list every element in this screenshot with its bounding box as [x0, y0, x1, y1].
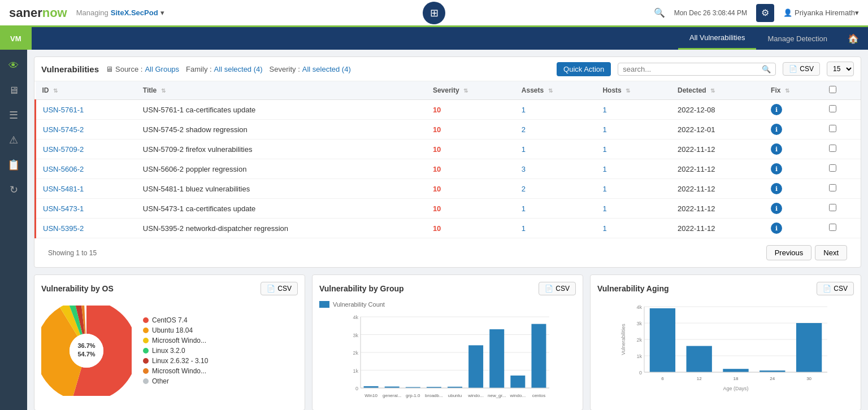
user-menu[interactable]: 👤 Priyanka Hiremath ▾ [783, 8, 859, 17]
vuln-id-link[interactable]: USN-5473-1 [43, 204, 84, 213]
previous-button[interactable]: Previous [766, 245, 812, 260]
row-checkbox[interactable] [829, 105, 836, 112]
info-button[interactable]: ℹ [771, 223, 782, 234]
csv-icon-group: 📄 [545, 285, 553, 293]
vuln-aging-csv-button[interactable]: 📄 CSV [817, 282, 854, 295]
next-button[interactable]: Next [815, 245, 847, 260]
col-hosts[interactable]: Hosts ⇅ [596, 81, 671, 100]
user-dropdown-arrow: ▾ [855, 8, 859, 17]
asset-link[interactable]: 3 [522, 165, 526, 173]
col-assets[interactable]: Assets ⇅ [515, 81, 596, 100]
quick-action-button[interactable]: Quick Action [557, 62, 611, 76]
svg-text:12: 12 [697, 376, 702, 381]
info-button[interactable]: ℹ [771, 124, 782, 135]
severity-filter-value[interactable]: All selected (4) [302, 65, 351, 73]
row-checkbox[interactable] [829, 184, 836, 191]
row-checkbox[interactable] [829, 224, 836, 231]
os-legend-item: CentOS 7.4 [143, 316, 208, 324]
vuln-id-link[interactable]: USN-5709-2 [43, 145, 84, 154]
info-button[interactable]: ℹ [771, 143, 782, 155]
select-all-checkbox[interactable] [829, 86, 836, 93]
csv-icon-aging: 📄 [823, 285, 831, 293]
host-link[interactable]: 1 [602, 125, 606, 134]
sidebar-item-warning[interactable]: ⚠ [2, 129, 25, 151]
row-checkbox[interactable] [829, 204, 836, 211]
cell-hosts: 1 [596, 120, 671, 139]
col-fix[interactable]: Fix ⇅ [764, 81, 822, 100]
sidebar-item-monitor[interactable]: 🖥 [2, 79, 25, 102]
sidebar-item-refresh[interactable]: ↻ [2, 178, 25, 201]
asset-link[interactable]: 2 [522, 125, 526, 134]
cell-title: USN-5606-2 poppler regression [136, 159, 426, 179]
sub-nav: VM All Vulnerabilities Manage Detection … [0, 27, 868, 50]
host-link[interactable]: 1 [602, 145, 606, 154]
asset-link[interactable]: 1 [522, 106, 526, 114]
info-button[interactable]: ℹ [771, 183, 782, 194]
info-button[interactable]: ℹ [771, 104, 782, 115]
legend-label: Ubuntu 18.04 [152, 326, 193, 334]
cell-severity: 10 [426, 159, 515, 179]
manage-detection-link[interactable]: Manage Detection [756, 27, 839, 50]
asset-link[interactable]: 1 [522, 224, 526, 233]
sort-icon-title: ⇅ [161, 88, 166, 94]
vuln-id-link[interactable]: USN-5745-2 [43, 125, 84, 134]
host-link[interactable]: 1 [602, 204, 606, 213]
host-link[interactable]: 1 [602, 165, 606, 173]
asset-link[interactable]: 1 [522, 145, 526, 154]
sidebar-item-eye[interactable]: 👁 [2, 54, 25, 77]
svg-text:18: 18 [734, 376, 739, 381]
host-link[interactable]: 1 [602, 224, 606, 233]
vuln-header: Vulnerabilities 🖥 Source : All Groups Fa… [34, 57, 861, 81]
os-legend-item: Microsoft Windo... [143, 367, 208, 375]
user-icon: 👤 [783, 8, 792, 17]
top-search-icon[interactable]: 🔍 [654, 7, 665, 18]
svg-text:4k: 4k [353, 315, 358, 320]
info-button[interactable]: ℹ [771, 163, 782, 175]
col-detected[interactable]: Detected ⇅ [671, 81, 764, 100]
family-value[interactable]: All selected (4) [214, 65, 263, 73]
svg-text:1k: 1k [353, 368, 358, 374]
asset-link[interactable]: 2 [522, 185, 526, 193]
cell-severity: 10 [426, 139, 515, 159]
vuln-id-link[interactable]: USN-5395-2 [43, 224, 84, 233]
all-vulnerabilities-link[interactable]: All Vulnerabilities [678, 27, 757, 50]
site-dropdown-arrow[interactable]: ▾ [160, 8, 164, 17]
col-id[interactable]: ID ⇅ [36, 81, 136, 100]
vuln-by-group-csv-button[interactable]: 📄 CSV [539, 282, 576, 295]
row-checkbox[interactable] [829, 125, 836, 132]
info-button[interactable]: ℹ [771, 203, 782, 214]
vuln-id-link[interactable]: USN-5606-2 [43, 165, 84, 173]
host-link[interactable]: 1 [602, 185, 606, 193]
col-title[interactable]: Title ⇅ [136, 81, 426, 100]
sidebar-item-list[interactable]: ☰ [2, 104, 25, 127]
svg-rect-29 [468, 345, 483, 388]
site-selector[interactable]: SiteX.SecPod [111, 8, 158, 17]
sidebar-item-book[interactable]: 📋 [2, 154, 25, 176]
datetime-label: Mon Dec 26 3:08:44 PM [674, 9, 747, 17]
vuln-id-link[interactable]: USN-5481-1 [43, 185, 84, 193]
source-value[interactable]: All Groups [145, 65, 179, 73]
cell-assets: 3 [515, 159, 596, 179]
svg-rect-53 [723, 369, 748, 372]
home-button[interactable]: 🏠 [839, 27, 868, 50]
vuln-count-legend: Vulnerability Count [333, 301, 385, 308]
search-input[interactable] [623, 65, 762, 73]
host-link[interactable]: 1 [602, 106, 606, 114]
row-checkbox[interactable] [829, 164, 836, 172]
vulnerabilities-title: Vulnerabilities [41, 64, 99, 74]
asset-link[interactable]: 1 [522, 204, 526, 213]
settings-button[interactable]: ⚙ [756, 4, 774, 22]
cell-fix: ℹ [764, 179, 822, 199]
table-row: USN-5709-2 USN-5709-2 firefox vulnerabil… [36, 139, 861, 159]
grid-menu-button[interactable]: ⊞ [423, 2, 445, 24]
search-wrapper: 🔍 [618, 63, 776, 76]
col-select-all[interactable] [822, 81, 861, 100]
col-severity[interactable]: Severity ⇅ [426, 81, 515, 100]
page-size-select[interactable]: 15 25 50 [827, 62, 854, 76]
vm-tab[interactable]: VM [0, 27, 32, 50]
vuln-id-link[interactable]: USN-5761-1 [43, 106, 84, 114]
csv-export-button[interactable]: 📄 CSV [783, 62, 820, 76]
cell-checkbox [822, 139, 861, 159]
row-checkbox[interactable] [829, 145, 836, 152]
vuln-by-os-csv-button[interactable]: 📄 CSV [261, 282, 298, 295]
